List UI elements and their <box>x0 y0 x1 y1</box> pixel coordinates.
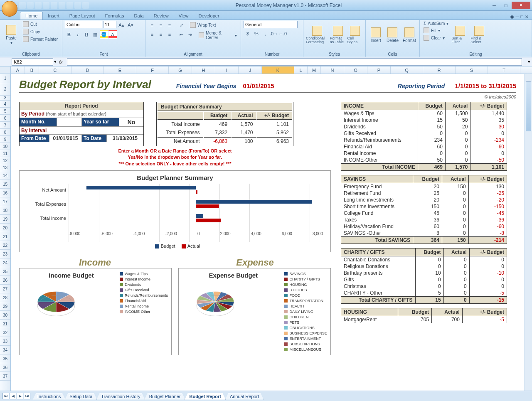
row-header[interactable]: 8 <box>0 129 10 136</box>
increase-indent-icon[interactable]: ⇥ <box>186 30 194 39</box>
name-box-dropdown-icon[interactable]: ▾ <box>54 59 57 64</box>
format-painter-button[interactable]: Format Painter <box>22 36 59 42</box>
year-so-far-dropdown[interactable]: No <box>119 118 143 126</box>
qat-print-icon[interactable] <box>59 2 65 9</box>
insert-cells-button[interactable]: Insert <box>368 21 383 49</box>
font-color-button[interactable]: A <box>108 30 117 39</box>
qat-save-icon[interactable] <box>19 2 26 9</box>
col-header[interactable]: K <box>262 66 294 74</box>
col-header[interactable]: B <box>25 66 39 74</box>
merge-center-button[interactable]: Merge & Center▾ <box>197 30 238 40</box>
copy-button[interactable]: Copy <box>22 28 59 35</box>
row-header[interactable]: 7 <box>0 122 10 129</box>
col-header[interactable]: Q <box>391 66 423 74</box>
col-header[interactable]: O <box>344 66 367 74</box>
col-header[interactable]: F <box>136 66 169 74</box>
formula-input[interactable] <box>67 58 522 66</box>
qat-new-icon[interactable] <box>43 2 49 9</box>
row-header[interactable]: 30 <box>0 311 10 320</box>
increase-decimal-icon[interactable]: .0→ <box>270 30 278 38</box>
row-header[interactable]: 15 <box>0 180 10 189</box>
row-header[interactable]: 27 <box>0 285 10 293</box>
row-header[interactable]: 22 <box>0 241 10 250</box>
from-date-input[interactable]: 01/01/2015 <box>49 135 82 142</box>
expand-formula-icon[interactable]: ▾ <box>528 59 530 64</box>
row-header[interactable]: 16 <box>0 189 10 197</box>
row-header[interactable]: 32 <box>0 328 10 337</box>
col-header[interactable]: J <box>239 66 262 74</box>
row-header[interactable]: 11 <box>0 150 10 157</box>
ribbon-tab-insert[interactable]: Insert <box>43 12 64 20</box>
row-header[interactable]: 34 <box>0 346 10 354</box>
sheet-tab[interactable]: Instructions <box>33 393 65 400</box>
conditional-formatting-button[interactable]: Conditional Formatting <box>306 21 328 49</box>
row-header[interactable]: 23 <box>0 250 10 258</box>
col-header[interactable]: M <box>308 66 321 74</box>
row-header[interactable]: 3 <box>0 96 10 101</box>
wrap-text-button[interactable]: Wrap Text <box>189 21 217 29</box>
qat-undo-icon[interactable] <box>27 2 34 9</box>
underline-button[interactable]: U <box>82 30 91 39</box>
qat-print-preview-icon[interactable] <box>66 2 73 9</box>
orientation-icon[interactable]: ⤢ <box>177 21 185 29</box>
decrease-font-icon[interactable]: A▾ <box>126 21 135 29</box>
row-header[interactable]: 1 <box>0 74 10 83</box>
decrease-decimal-icon[interactable]: ←.0 <box>278 30 287 38</box>
row-header[interactable]: 18 <box>0 206 10 215</box>
row-header[interactable]: 28 <box>0 293 10 302</box>
ribbon-tab-home[interactable]: Home <box>20 12 43 20</box>
col-header[interactable]: A <box>11 66 25 74</box>
ribbon-tab-view[interactable]: View <box>174 12 194 20</box>
income-pie-chart[interactable]: Income Budget Wages & TipsInterest Incom… <box>19 268 172 355</box>
row-header[interactable]: 10 <box>0 143 10 150</box>
fill-color-button[interactable]: 🪣 <box>100 30 108 39</box>
ribbon-tab-page-layout[interactable]: Page Layout <box>64 12 100 20</box>
maximize-button[interactable]: □ <box>500 2 512 9</box>
format-cells-button[interactable]: Format <box>402 21 417 49</box>
bold-button[interactable]: B <box>65 30 73 39</box>
ribbon-tab-developer[interactable]: Developer <box>193 12 224 20</box>
italic-button[interactable]: I <box>74 30 82 39</box>
select-all-corner[interactable] <box>0 66 11 74</box>
ribbon-tab-review[interactable]: Review <box>149 12 174 20</box>
fx-icon[interactable]: fx <box>59 59 63 64</box>
row-header[interactable]: 9 <box>0 136 10 143</box>
row-header[interactable]: 33 <box>0 337 10 346</box>
scrollbar-thumb[interactable] <box>526 81 531 131</box>
col-header[interactable]: D <box>71 66 104 74</box>
vertical-scrollbar[interactable] <box>525 74 532 391</box>
month-no-input[interactable] <box>57 118 82 126</box>
col-header[interactable]: G <box>169 66 192 74</box>
row-header[interactable]: 26 <box>0 276 10 285</box>
format-as-table-button[interactable]: Format as Table <box>330 21 346 49</box>
align-middle-icon[interactable]: ≡ <box>157 21 165 29</box>
ribbon-tab-formulas[interactable]: Formulas <box>100 12 129 20</box>
ribbon-tab-data[interactable]: Data <box>129 12 148 20</box>
col-header[interactable]: E <box>104 66 136 74</box>
align-center-icon[interactable]: ≡ <box>157 30 165 39</box>
row-header[interactable]: 6 <box>0 115 10 122</box>
row-header[interactable]: 2 <box>0 83 10 96</box>
percent-icon[interactable]: % <box>252 30 261 38</box>
col-header[interactable]: L <box>294 66 308 74</box>
minimize-button[interactable]: ─ <box>488 2 500 9</box>
delete-cells-button[interactable]: Delete <box>385 21 400 49</box>
row-header[interactable]: 36 <box>0 363 10 372</box>
col-header[interactable]: R <box>423 66 456 74</box>
col-header[interactable]: T <box>488 66 520 74</box>
row-header[interactable]: 21 <box>0 232 10 241</box>
name-box[interactable]: K82 <box>12 58 53 66</box>
tab-first-icon[interactable]: ⏮ <box>2 393 9 399</box>
sort-filter-button[interactable]: Sort & Filter <box>451 21 469 49</box>
autosum-button[interactable]: ΣAutoSum▾ <box>422 21 450 26</box>
row-header[interactable]: 17 <box>0 197 10 206</box>
restore-window-icon[interactable]: □ <box>520 14 523 20</box>
row-header[interactable]: 25 <box>0 267 10 276</box>
cell-styles-button[interactable]: Cell Styles <box>347 21 363 49</box>
row-header[interactable]: 31 <box>0 320 10 328</box>
row-header[interactable]: 14 <box>0 171 10 180</box>
col-header[interactable]: H <box>192 66 215 74</box>
close-button[interactable]: ✕ <box>512 2 530 9</box>
fill-button[interactable]: Fill▾ <box>422 27 450 34</box>
sheet-tab[interactable]: Transaction History <box>96 393 145 400</box>
